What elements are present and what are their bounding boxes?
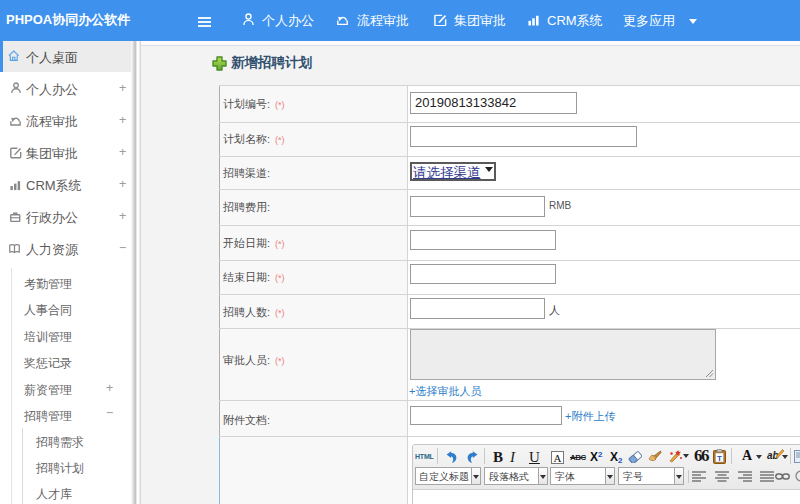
svg-text:T: T [717,454,722,463]
